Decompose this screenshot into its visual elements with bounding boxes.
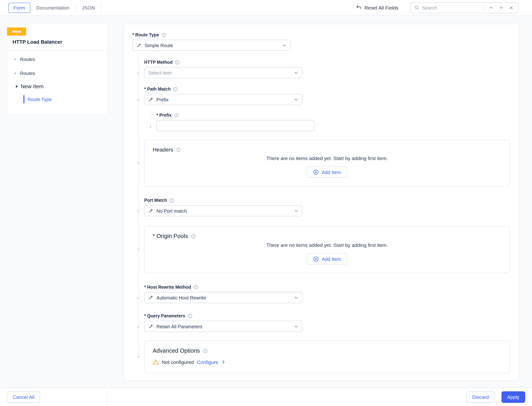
info-icon	[176, 147, 181, 152]
tree-connector-dot	[150, 126, 151, 128]
headers-title: Headers	[153, 147, 173, 153]
route-type-select[interactable]: Simple Route	[132, 40, 290, 51]
info-icon	[203, 349, 207, 353]
info-icon	[191, 234, 196, 239]
info-icon	[174, 113, 179, 117]
tab-divider	[101, 4, 101, 12]
tree-item-label: Route Type	[28, 97, 52, 102]
tree-connector-dot	[137, 99, 139, 101]
port-match-value: No Port match	[156, 208, 291, 214]
host-rewrite-method-field: * Host Rewrite Method Automatic Host Rew…	[144, 284, 510, 303]
tree-connector-dot	[137, 72, 139, 74]
query-parameters-select[interactable]: Retain All Parameters	[144, 321, 302, 332]
route-type-value: Simple Route	[145, 43, 279, 48]
plus-circle-icon	[313, 256, 319, 262]
route-type-label: * Route Type	[132, 32, 159, 37]
close-icon	[509, 6, 513, 10]
tree-item-label: Routes	[20, 70, 35, 76]
port-match-label: Port Match	[144, 198, 167, 203]
chevron-up-icon	[489, 6, 493, 10]
origin-pools-title: * Origin Pools	[153, 233, 188, 240]
bullet-icon	[15, 72, 16, 74]
tab-form[interactable]: Form	[8, 3, 30, 13]
query-parameters-label: * Query Parameters	[144, 313, 185, 318]
headers-add-item-button[interactable]: Add Item	[307, 167, 347, 178]
advanced-options-section: Advanced Options Not configured Configur…	[144, 341, 510, 373]
add-item-label: Add Item	[322, 256, 341, 262]
info-icon	[175, 60, 180, 65]
discard-button[interactable]: Discard	[466, 391, 495, 403]
sidebar-item-routes-1[interactable]: Routes	[7, 52, 107, 66]
search-input[interactable]	[421, 5, 480, 11]
search-close-button[interactable]	[507, 4, 515, 12]
add-item-label: Add Item	[322, 169, 341, 175]
host-rewrite-method-select[interactable]: Automatic Host Rewrite	[144, 292, 302, 303]
reset-all-fields-button[interactable]: Reset All Fields	[356, 5, 398, 11]
prefix-input[interactable]	[156, 120, 314, 131]
info-icon	[193, 285, 198, 290]
tree-connector-dot	[138, 356, 140, 358]
advanced-options-title: Advanced Options	[153, 348, 200, 354]
cancel-all-button[interactable]: Cancel All	[7, 391, 40, 403]
origin-pools-add-item-button[interactable]: Add Item	[307, 253, 347, 265]
chevron-down-icon	[499, 6, 503, 10]
sidebar-item-new-item[interactable]: New Item	[7, 80, 107, 93]
tree-connector-dot	[137, 211, 139, 212]
footer-actions: Discard Apply	[466, 391, 525, 403]
search-next-button[interactable]	[497, 4, 505, 12]
chevron-right-icon	[221, 360, 226, 364]
sidebar: New HTTP Load Balancer Routes Routes New…	[7, 24, 107, 115]
chevron-down-icon	[294, 97, 298, 102]
advanced-options-status: Not configured	[162, 359, 194, 365]
sidebar-item-routes-2[interactable]: Routes	[7, 66, 107, 80]
sidebar-title: HTTP Load Balancer	[13, 39, 107, 45]
origin-pools-section: * Origin Pools There are no items added …	[144, 226, 510, 273]
prefix-label: * Prefix	[156, 113, 171, 118]
tab-documentation[interactable]: Documentation	[30, 3, 75, 12]
port-match-select[interactable]: No Port match	[144, 205, 302, 216]
route-icon	[148, 295, 153, 300]
tree-connector-dot	[137, 297, 139, 299]
tree-connector-dot	[138, 248, 140, 250]
warning-icon	[153, 359, 159, 365]
route-icon	[148, 97, 153, 102]
path-match-field: * Path Match Prefix * Prefix	[144, 87, 510, 131]
headers-section: Headers There are no items added yet. St…	[144, 140, 510, 186]
chevron-down-icon	[282, 43, 286, 47]
http-method-label: HTTP Method	[144, 60, 172, 65]
new-badge: New	[7, 28, 26, 36]
route-icon	[136, 43, 141, 48]
tree-item-label: Routes	[20, 57, 35, 62]
tab-json[interactable]: JSON	[76, 3, 101, 12]
route-icon	[148, 324, 153, 329]
info-icon	[173, 87, 178, 91]
http-method-placeholder: Select item	[148, 70, 291, 76]
chevron-down-icon	[294, 324, 298, 328]
route-type-label-row: * Route Type	[132, 32, 510, 37]
route-type-children: HTTP Method Select item * Path Match Pre…	[144, 60, 510, 373]
sidebar-item-route-type[interactable]: Route Type	[7, 93, 107, 106]
tree-connector-dot	[138, 162, 140, 164]
footer-divider	[107, 388, 107, 406]
search-previous-button[interactable]	[487, 4, 495, 12]
route-type-field: * Route Type Simple Route	[132, 32, 510, 51]
path-match-label: * Path Match	[144, 87, 171, 92]
search-icon	[414, 5, 419, 10]
path-match-select[interactable]: Prefix	[144, 94, 302, 105]
info-icon	[187, 313, 192, 318]
apply-button[interactable]: Apply	[502, 391, 525, 403]
headers-empty-text: There are no items added yet. Start by a…	[153, 156, 502, 161]
query-parameters-field: * Query Parameters Retain All Parameters	[144, 313, 510, 332]
configure-link[interactable]: Configure	[197, 359, 218, 365]
caret-right-icon	[16, 85, 18, 88]
selection-bar	[23, 95, 24, 103]
http-method-select[interactable]: Select item	[144, 67, 302, 79]
search-divider	[483, 4, 483, 11]
route-icon	[148, 208, 153, 213]
http-method-field: HTTP Method Select item	[144, 60, 510, 78]
chevron-down-icon	[294, 71, 298, 75]
reset-all-fields-label: Reset All Fields	[364, 5, 398, 10]
tree-item-label: New Item	[21, 83, 44, 89]
view-tabs: Form Documentation JSON	[8, 3, 102, 13]
topbar: Form Documentation JSON Reset All Fields	[0, 0, 532, 15]
